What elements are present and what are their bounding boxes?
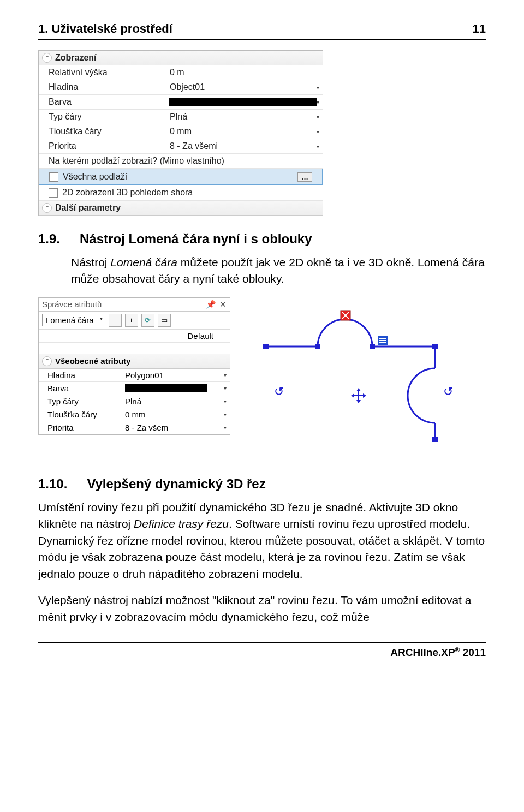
label-priorita: Priorita: [39, 139, 166, 153]
header-page-number: 11: [473, 22, 486, 36]
chevron-up-icon: ⌃: [42, 203, 52, 213]
chevron-up-icon: ⌃: [42, 356, 52, 366]
chevron-down-icon: ▾: [224, 372, 227, 378]
attribute-manager-panel: Správce atributů 📌✕ Lomená čára − + ⟳ ▭ …: [38, 297, 230, 435]
header-title: 1. Uživatelské prostředí: [38, 22, 172, 36]
chevron-down-icon: ▾: [224, 398, 227, 404]
label-2d-zobrazeni: 2D zobrazení 3D pohledem shora: [62, 188, 193, 198]
svg-marker-22: [351, 393, 354, 398]
chevron-down-icon: ▾: [224, 425, 227, 431]
label-hladina: Hladina: [39, 80, 166, 94]
dropdown-typ-cary[interactable]: Plná▾: [166, 110, 323, 124]
selection-icon[interactable]: ▭: [158, 314, 171, 327]
checkbox-2d-zobrazeni[interactable]: [49, 188, 58, 198]
attr-dd-typ-cary[interactable]: Plná▾: [122, 395, 230, 408]
attr-dd-priorita[interactable]: 8 - Za všem▾: [122, 421, 230, 434]
paragraph-1-9: Nástroj Lomená čára můžete použít jak ve…: [71, 254, 486, 288]
heading-1-9: 1.9. Nástroj Lomená čára nyní i s oblouk…: [38, 231, 486, 247]
pin-icon[interactable]: 📌: [206, 300, 216, 309]
polyline-example-drawing: ↺ ↺: [247, 297, 465, 461]
paragraph-1-10a: Umístění roviny řezu při použití dynamic…: [38, 499, 486, 582]
heading-1-10: 1.10. Vylepšený dynamický 3D řez: [38, 476, 486, 492]
attr-panel-title-bar: Správce atributů 📌✕: [39, 298, 230, 312]
panel-title-zobrazeni: Zobrazení: [55, 53, 97, 63]
page-footer: ARCHline.XP® 2011: [38, 642, 486, 659]
label-tloustka: Tloušťka čáry: [39, 124, 166, 139]
attr-section-header[interactable]: ⌃ Všeobecné atributy: [39, 354, 230, 369]
attr-dd-hladina[interactable]: Polygon01▾: [122, 369, 230, 381]
chevron-down-icon: ▾: [224, 411, 227, 417]
plus-button[interactable]: +: [125, 314, 138, 327]
pin-close-icons[interactable]: 📌✕: [206, 300, 227, 309]
attr-section-title: Všeobecné atributy: [55, 356, 130, 366]
heading-title-1-10: Vylepšený dynamický 3D řez: [87, 476, 265, 492]
chevron-down-icon: ▾: [317, 99, 319, 105]
footer-product: ARCHline.XP: [390, 647, 455, 658]
panel-header-zobrazeni[interactable]: ⌃ Zobrazení: [39, 51, 323, 65]
panel-header-dalsi-parametry[interactable]: ⌃ Další parametry: [39, 201, 323, 216]
attr-label-tloustka: Tloušťka čáry: [39, 408, 122, 421]
label-na-kterem-podlazi: Na kterém podlaží zobrazit? (Mimo vlastn…: [39, 154, 323, 169]
default-label: Default: [187, 331, 213, 341]
svg-rect-6: [370, 344, 375, 349]
checkbox-row-vsechna-podlazi[interactable]: Všechna podlaží …: [39, 169, 323, 185]
chevron-down-icon: ▾: [317, 85, 319, 91]
heading-number-1-10: 1.10.: [38, 476, 67, 492]
label-relativni-vyska: Relativní výška: [39, 65, 166, 80]
close-icon[interactable]: ✕: [219, 300, 227, 309]
dropdown-tloustka[interactable]: 0 mm▾: [166, 124, 323, 139]
properties-panel-zobrazeni: ⌃ Zobrazení Relativní výška 0 m Hladina …: [38, 50, 323, 216]
dropdown-type[interactable]: Lomená čára: [42, 314, 105, 326]
attr-label-hladina: Hladina: [39, 369, 122, 381]
checkbox-row-2d-zobrazeni[interactable]: 2D zobrazení 3D pohledem shora: [39, 185, 323, 201]
attr-label-barva: Barva: [39, 382, 122, 395]
svg-rect-5: [315, 344, 320, 349]
footer-reg: ®: [455, 646, 460, 654]
chevron-down-icon: ▾: [317, 129, 319, 135]
footer-year: 2011: [463, 647, 486, 658]
checkbox-vsechna-podlazi[interactable]: [49, 172, 58, 182]
minus-button[interactable]: −: [109, 314, 122, 327]
svg-rect-4: [263, 344, 269, 349]
heading-title-1-9: Nástroj Lomená čára nyní i s oblouky: [80, 231, 312, 247]
svg-text:↺: ↺: [274, 385, 284, 398]
svg-marker-21: [356, 400, 361, 403]
chevron-down-icon: ▾: [317, 144, 319, 150]
chevron-down-icon: ▾: [224, 385, 227, 391]
svg-rect-8: [432, 437, 438, 442]
panel-title-dalsi-parametry: Další parametry: [55, 203, 121, 213]
heading-number-1-9: 1.9.: [38, 231, 60, 247]
label-vsechna-podlazi: Všechna podlaží: [63, 172, 127, 182]
refresh-icon[interactable]: ⟳: [141, 314, 154, 327]
swatch-barva[interactable]: ▾: [166, 96, 323, 108]
value-relativni-vyska[interactable]: 0 m: [166, 65, 323, 80]
attr-swatch-barva[interactable]: ▾: [122, 383, 230, 393]
paragraph-1-10b: Vylepšený nástroj nabízí možnost "klikno…: [38, 592, 486, 625]
label-barva: Barva: [39, 95, 166, 109]
ellipsis-button[interactable]: …: [297, 172, 312, 182]
attr-panel-title: Správce atributů: [42, 300, 102, 309]
dropdown-priorita[interactable]: 8 - Za všemi▾: [166, 139, 323, 153]
dropdown-hladina[interactable]: Object01▾: [166, 80, 323, 94]
chevron-down-icon: ▾: [317, 114, 319, 120]
svg-rect-7: [432, 344, 438, 349]
label-typ-cary: Typ čáry: [39, 110, 166, 124]
svg-text:↺: ↺: [443, 385, 453, 398]
attr-dd-tloustka[interactable]: 0 mm▾: [122, 408, 230, 421]
svg-marker-20: [356, 388, 361, 391]
attr-label-priorita: Priorita: [39, 421, 122, 434]
svg-marker-23: [363, 393, 366, 398]
chevron-up-icon: ⌃: [42, 53, 52, 63]
attr-label-typ-cary: Typ čáry: [39, 395, 122, 408]
page-header: 1. Uživatelské prostředí 11: [38, 22, 486, 40]
